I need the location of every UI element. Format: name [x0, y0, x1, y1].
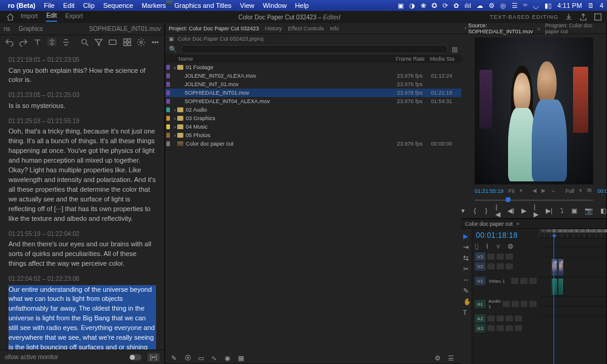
search-icon[interactable] [80, 38, 89, 46]
track-toggle[interactable] [506, 263, 513, 269]
selection-tool-icon[interactable]: ▶ [463, 232, 470, 240]
col-media-start[interactable]: Media Sta [430, 56, 459, 62]
tray-day[interactable]: 4 [600, 2, 603, 9]
monitor-scrubber[interactable] [475, 197, 593, 203]
track-select-tool-icon[interactable]: ⇥ [463, 243, 470, 251]
video-track-header[interactable]: V2 [475, 261, 537, 271]
eyedropper-icon[interactable]: ⦿ [185, 354, 192, 362]
settings-icon[interactable]: ⚙ [435, 354, 442, 362]
more-icon[interactable] [151, 38, 160, 46]
pencil-icon[interactable]: ✎ [171, 354, 178, 362]
razor-tool-icon[interactable]: ✂ [463, 265, 470, 272]
menu-icon[interactable]: ☰ [448, 354, 455, 362]
insert-icon[interactable]: ⤵ [560, 206, 564, 215]
audio-track-header[interactable]: A1Audio 1 [475, 294, 537, 314]
timeline-clip[interactable] [558, 278, 564, 295]
timeline-lane[interactable] [539, 277, 606, 297]
project-row[interactable]: Color doc paper cut23.976 fps00:00:00 [165, 140, 461, 148]
track-toggle[interactable] [515, 315, 522, 322]
menu-edit[interactable]: Edit [59, 2, 79, 9]
linked-icon[interactable]: ⌇ [486, 243, 493, 249]
mark-in-icon[interactable]: ◀ [532, 187, 537, 195]
mark-in-icon[interactable]: { [473, 206, 477, 215]
project-list[interactable]: v01 FootageJOLENE_INT02_ALEXA.mov23.976 … [165, 63, 461, 148]
snap-icon[interactable]: ⌷ [475, 243, 482, 249]
wifi-icon[interactable]: ◡ [533, 2, 539, 10]
track-toggle[interactable] [506, 315, 513, 322]
undo-icon[interactable] [5, 38, 14, 46]
project-row[interactable]: JOLENE_INT_01.mov23.976 fps [165, 80, 461, 89]
tray-icon[interactable]: ✪ [432, 2, 437, 10]
timeline-lane[interactable] [539, 306, 606, 316]
history-tab[interactable]: History [265, 25, 282, 32]
go-to-in-icon[interactable]: |◀ [495, 206, 500, 215]
download-icon[interactable] [565, 13, 573, 21]
project-row[interactable]: SOPHIEDALE_INT04_ALEXA.mov23.976 fps01:5… [165, 97, 461, 106]
battery-icon[interactable]: ▮▯ [544, 2, 552, 10]
wheels-icon[interactable]: ◉ [225, 354, 232, 362]
home-icon[interactable] [6, 13, 15, 21]
audio-track-header[interactable]: A2 [475, 314, 537, 323]
project-row[interactable]: JOLENE_INT02_ALEXA.mov23.976 fps01:12:24 [165, 72, 461, 80]
project-row[interactable]: >04 Music [165, 123, 461, 131]
overwrite-icon[interactable]: ▣ [571, 206, 577, 215]
track-toggle[interactable] [497, 254, 504, 260]
timeline-lane[interactable] [539, 248, 606, 258]
comparison-icon[interactable]: ◧ [600, 206, 606, 215]
timeline-clip[interactable] [551, 278, 558, 295]
track-toggle[interactable] [497, 315, 504, 322]
full-dropdown[interactable]: Full [566, 188, 575, 194]
ripple-tool-icon[interactable]: ⇆ [463, 254, 470, 261]
menu-sequence[interactable]: Sequence [99, 2, 138, 9]
tray-icon[interactable]: ☰ [512, 2, 518, 10]
workspace-tab-export[interactable]: Export [66, 13, 83, 21]
export-frame-icon[interactable]: 📷 [585, 206, 593, 215]
transcript-subtab[interactable]: ns [4, 25, 10, 32]
project-search-input[interactable] [181, 45, 448, 53]
redo-icon[interactable] [19, 38, 28, 46]
grid-icon[interactable] [123, 38, 132, 46]
wrench-icon[interactable]: 🛠 [587, 187, 592, 195]
timeline-body[interactable]: 00:00:00:1800:00:29:1800:00:59:2200:01:2… [539, 229, 606, 364]
scrubber-handle[interactable] [506, 197, 510, 202]
video-track-header[interactable]: V1Video 1 [475, 271, 537, 291]
track-toggle[interactable] [487, 254, 495, 260]
split-icon[interactable] [47, 38, 56, 46]
project-tab[interactable]: Project: Color Doc Paper Cut 032423 [169, 25, 259, 32]
menu-graphics[interactable]: Graphics and Titles [170, 2, 236, 9]
new-bin-icon[interactable]: ▥ [452, 46, 458, 53]
source-tab[interactable]: Source: SOPHIEDALE_INT01.mov ≡ [465, 22, 540, 35]
track-toggle[interactable] [487, 315, 495, 322]
clock[interactable]: 4:11 PM [557, 2, 582, 9]
transcript-body[interactable]: 01:21:19:01 – 01:21:23:05Can you both ex… [0, 49, 164, 349]
audio-track-header[interactable]: A3 [475, 323, 537, 333]
go-to-out-icon[interactable]: ▶| [546, 206, 552, 215]
cc-icon[interactable] [108, 38, 117, 46]
monitor-timecode-right[interactable]: 00:02:21:09 [597, 188, 607, 194]
video-canvas[interactable] [475, 38, 593, 184]
track-toggle[interactable] [512, 301, 519, 307]
track-toggle[interactable] [487, 263, 495, 269]
track-toggle[interactable] [521, 301, 528, 307]
menu-markers[interactable]: Markers [137, 2, 170, 9]
workspace-tab-import[interactable]: Import [21, 13, 38, 21]
timeline-timecode[interactable]: 00:01:18:18 [475, 230, 537, 242]
filter-icon[interactable] [94, 38, 103, 46]
timeline-lane[interactable] [539, 297, 606, 306]
settings-icon[interactable]: ⚙ [507, 243, 515, 249]
settings-icon[interactable] [137, 38, 146, 46]
track-toggle[interactable] [497, 325, 504, 331]
effect-controls-tab[interactable]: Effect Controls [288, 25, 324, 32]
bluetooth-icon[interactable]: ⌔ [523, 2, 527, 9]
video-track-header[interactable]: V3 [475, 252, 537, 261]
text-icon[interactable] [33, 38, 42, 46]
calendar-icon[interactable]: 🗓 [588, 2, 594, 9]
track-toggle[interactable] [511, 278, 518, 284]
tray-icon[interactable]: ◑ [409, 2, 415, 10]
menu-window[interactable]: Window [259, 2, 291, 9]
timeline-clip[interactable]: JOLENE_IN [551, 258, 558, 276]
mask-icon[interactable]: ▭ [198, 354, 205, 362]
sequence-name[interactable]: Color doc paper cut [465, 221, 513, 227]
type-tool-icon[interactable]: T [463, 309, 470, 316]
track-toggle[interactable] [503, 301, 510, 307]
